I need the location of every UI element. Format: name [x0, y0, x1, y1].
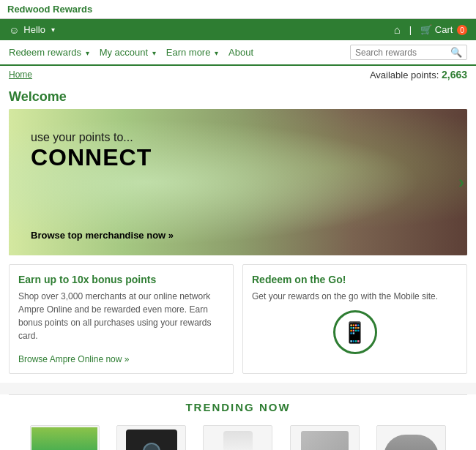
hero-cta[interactable]: Browse top merchandise now »	[31, 230, 174, 241]
breadcrumb-home[interactable]: Home	[9, 70, 32, 80]
search-icon[interactable]: 🔍	[450, 47, 462, 58]
menu-redeem-rewards[interactable]: Redeem rewards ▾	[9, 47, 89, 58]
hero-tagline: use your points to...	[31, 131, 152, 144]
available-points: Available points: 2,663	[370, 69, 467, 80]
hero-text: use your points to... CONNECT	[31, 131, 152, 171]
search-input[interactable]	[355, 48, 450, 58]
hello-dropdown-arrow[interactable]: ▾	[51, 26, 55, 34]
cart-label[interactable]: 🛒 Cart 0	[420, 24, 467, 36]
app-title: Redwood Rewards	[7, 4, 92, 15]
menu-my-account[interactable]: My account ▾	[100, 47, 156, 58]
account-dropdown-arrow: ▾	[152, 49, 156, 57]
trending-items	[24, 425, 451, 450]
trending-section: TRENDING NOW ‹ ›	[0, 394, 476, 450]
bonus-points-card: Earn up to 10x bonus points Shop over 3,…	[9, 264, 234, 374]
trending-item-camera[interactable]	[116, 425, 186, 450]
bonus-points-body: Shop over 3,000 merchants at our online …	[18, 290, 224, 342]
bonus-points-title: Earn up to 10x bonus points	[18, 274, 224, 285]
trending-item-cooker[interactable]	[376, 425, 446, 450]
points-value: 2,663	[442, 69, 467, 80]
hero-banner: use your points to... CONNECT Browse top…	[9, 109, 467, 255]
redeem-go-card: Redeem on the Go! Get your rewards on th…	[242, 264, 467, 374]
camera-product-image	[126, 430, 177, 451]
patio-product-image	[31, 427, 97, 451]
cooker-product-image	[384, 435, 439, 451]
search-box[interactable]: 🔍	[350, 45, 467, 60]
cart-badge: 0	[457, 25, 467, 35]
carousel-next-arrow[interactable]: ›	[452, 445, 467, 451]
cart-icon: 🛒	[420, 24, 432, 35]
top-nav-left: ☺ Hello ▾	[9, 24, 55, 36]
bonus-points-link[interactable]: Browse Ampre Online now »	[18, 354, 129, 364]
trending-header: TRENDING NOW	[9, 394, 467, 419]
mobile-icon: 📱	[333, 310, 377, 354]
blender-product-image	[223, 431, 253, 451]
hero-next-arrow[interactable]: ›	[458, 172, 464, 192]
menu-items: Redeem rewards ▾ My account ▾ Earn more …	[9, 47, 253, 58]
menu-earn-more[interactable]: Earn more ▾	[166, 47, 218, 58]
hero-headline: CONNECT	[31, 144, 152, 171]
hello-label[interactable]: Hello	[23, 24, 45, 35]
menu-bar: Redeem rewards ▾ My account ▾ Earn more …	[0, 40, 476, 66]
breadcrumb-bar: Home Available points: 2,663	[0, 66, 476, 83]
top-nav-right: ⌂ | 🛒 Cart 0	[394, 23, 467, 36]
main-content: Welcome use your points to... CONNECT Br…	[0, 83, 476, 383]
title-bar: Redwood Rewards	[0, 0, 476, 19]
earn-dropdown-arrow: ▾	[215, 49, 218, 57]
top-nav: ☺ Hello ▾ ⌂ | 🛒 Cart 0	[0, 19, 476, 40]
trending-item-espresso[interactable]	[290, 425, 360, 450]
redeem-dropdown-arrow: ▾	[86, 49, 89, 57]
redeem-go-body: Get your rewards on the go with the Mobi…	[252, 290, 458, 303]
espresso-product-image	[301, 431, 349, 451]
trending-item-blender[interactable]	[203, 425, 272, 450]
home-icon[interactable]: ⌂	[394, 23, 401, 36]
carousel-prev-arrow[interactable]: ‹	[9, 445, 24, 451]
menu-about[interactable]: About	[228, 47, 253, 58]
separator: |	[409, 24, 412, 35]
mobile-icon-container: 📱	[252, 310, 458, 354]
trending-carousel: ‹ ›	[9, 425, 467, 450]
trending-item-patio[interactable]	[30, 425, 100, 450]
redeem-go-title: Redeem on the Go!	[252, 274, 458, 285]
info-cards: Earn up to 10x bonus points Shop over 3,…	[9, 264, 467, 374]
user-icon: ☺	[9, 24, 19, 36]
welcome-title: Welcome	[9, 83, 467, 109]
